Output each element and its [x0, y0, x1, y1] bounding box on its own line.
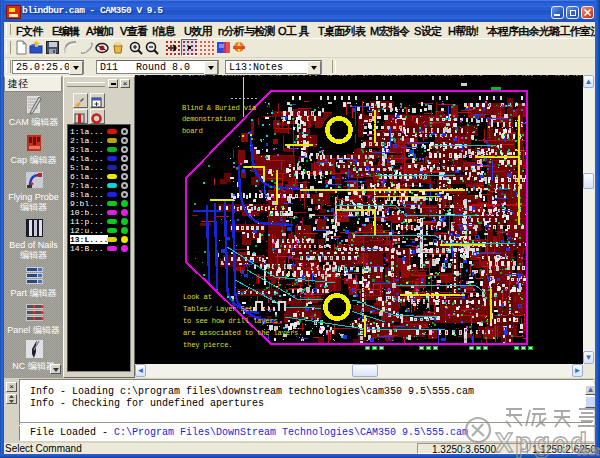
svg-text:they pierce.: they pierce. [183, 341, 232, 349]
svg-text:board: board [182, 127, 203, 135]
svg-text:demonstration: demonstration [182, 115, 235, 123]
svg-text:to see how drill layers: to see how drill layers [183, 317, 278, 325]
svg-text:Tables/ Layer Sets: Tables/ Layer Sets [183, 305, 257, 313]
svg-text:.com: .com [577, 443, 600, 458]
svg-text:Xpgod: Xpgod [495, 428, 589, 458]
svg-text:are associated to the layers: are associated to the layers [183, 329, 298, 337]
svg-text:Blind & Buried via: Blind & Buried via [182, 104, 257, 112]
svg-text:Look at: Look at [183, 293, 212, 301]
